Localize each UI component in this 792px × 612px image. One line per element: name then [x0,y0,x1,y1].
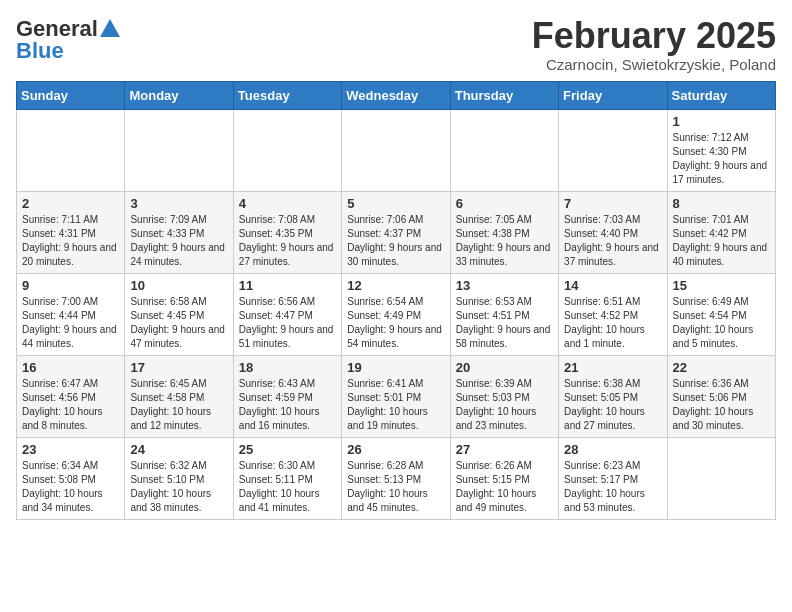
day-number: 9 [22,278,119,293]
day-number: 5 [347,196,444,211]
calendar-cell: 6Sunrise: 7:05 AM Sunset: 4:38 PM Daylig… [450,191,558,273]
calendar-cell: 2Sunrise: 7:11 AM Sunset: 4:31 PM Daylig… [17,191,125,273]
day-number: 1 [673,114,770,129]
calendar-cell: 16Sunrise: 6:47 AM Sunset: 4:56 PM Dayli… [17,355,125,437]
day-number: 10 [130,278,227,293]
day-number: 27 [456,442,553,457]
calendar-cell: 20Sunrise: 6:39 AM Sunset: 5:03 PM Dayli… [450,355,558,437]
month-title: February 2025 [532,16,776,56]
calendar-cell [559,109,667,191]
calendar-cell: 4Sunrise: 7:08 AM Sunset: 4:35 PM Daylig… [233,191,341,273]
calendar-cell [233,109,341,191]
calendar-cell [450,109,558,191]
calendar-header-row: SundayMondayTuesdayWednesdayThursdayFrid… [17,81,776,109]
day-number: 8 [673,196,770,211]
calendar-cell: 24Sunrise: 6:32 AM Sunset: 5:10 PM Dayli… [125,437,233,519]
day-number: 23 [22,442,119,457]
day-info: Sunrise: 6:53 AM Sunset: 4:51 PM Dayligh… [456,295,553,351]
calendar-cell: 1Sunrise: 7:12 AM Sunset: 4:30 PM Daylig… [667,109,775,191]
day-info: Sunrise: 6:56 AM Sunset: 4:47 PM Dayligh… [239,295,336,351]
calendar-cell: 5Sunrise: 7:06 AM Sunset: 4:37 PM Daylig… [342,191,450,273]
day-number: 3 [130,196,227,211]
calendar-cell: 12Sunrise: 6:54 AM Sunset: 4:49 PM Dayli… [342,273,450,355]
day-info: Sunrise: 7:11 AM Sunset: 4:31 PM Dayligh… [22,213,119,269]
day-info: Sunrise: 6:51 AM Sunset: 4:52 PM Dayligh… [564,295,661,351]
page-header: General Blue February 2025 Czarnocin, Sw… [16,16,776,73]
day-number: 24 [130,442,227,457]
day-info: Sunrise: 6:34 AM Sunset: 5:08 PM Dayligh… [22,459,119,515]
day-info: Sunrise: 6:47 AM Sunset: 4:56 PM Dayligh… [22,377,119,433]
calendar-cell: 14Sunrise: 6:51 AM Sunset: 4:52 PM Dayli… [559,273,667,355]
calendar-week-1: 1Sunrise: 7:12 AM Sunset: 4:30 PM Daylig… [17,109,776,191]
calendar-cell: 18Sunrise: 6:43 AM Sunset: 4:59 PM Dayli… [233,355,341,437]
location-subtitle: Czarnocin, Swietokrzyskie, Poland [532,56,776,73]
day-info: Sunrise: 6:39 AM Sunset: 5:03 PM Dayligh… [456,377,553,433]
logo: General Blue [16,16,120,64]
calendar-cell: 19Sunrise: 6:41 AM Sunset: 5:01 PM Dayli… [342,355,450,437]
calendar-week-3: 9Sunrise: 7:00 AM Sunset: 4:44 PM Daylig… [17,273,776,355]
calendar-cell: 15Sunrise: 6:49 AM Sunset: 4:54 PM Dayli… [667,273,775,355]
calendar-week-2: 2Sunrise: 7:11 AM Sunset: 4:31 PM Daylig… [17,191,776,273]
day-number: 17 [130,360,227,375]
calendar-cell: 22Sunrise: 6:36 AM Sunset: 5:06 PM Dayli… [667,355,775,437]
day-number: 18 [239,360,336,375]
day-info: Sunrise: 7:08 AM Sunset: 4:35 PM Dayligh… [239,213,336,269]
title-area: February 2025 Czarnocin, Swietokrzyskie,… [532,16,776,73]
calendar-cell: 23Sunrise: 6:34 AM Sunset: 5:08 PM Dayli… [17,437,125,519]
calendar-cell [17,109,125,191]
day-number: 20 [456,360,553,375]
calendar-cell [667,437,775,519]
calendar-table: SundayMondayTuesdayWednesdayThursdayFrid… [16,81,776,520]
day-info: Sunrise: 7:05 AM Sunset: 4:38 PM Dayligh… [456,213,553,269]
calendar-cell [125,109,233,191]
calendar-cell: 26Sunrise: 6:28 AM Sunset: 5:13 PM Dayli… [342,437,450,519]
day-of-week-monday: Monday [125,81,233,109]
day-number: 14 [564,278,661,293]
day-info: Sunrise: 6:23 AM Sunset: 5:17 PM Dayligh… [564,459,661,515]
calendar-week-5: 23Sunrise: 6:34 AM Sunset: 5:08 PM Dayli… [17,437,776,519]
calendar-cell: 21Sunrise: 6:38 AM Sunset: 5:05 PM Dayli… [559,355,667,437]
day-info: Sunrise: 6:32 AM Sunset: 5:10 PM Dayligh… [130,459,227,515]
calendar-cell: 13Sunrise: 6:53 AM Sunset: 4:51 PM Dayli… [450,273,558,355]
day-info: Sunrise: 6:45 AM Sunset: 4:58 PM Dayligh… [130,377,227,433]
calendar-cell: 28Sunrise: 6:23 AM Sunset: 5:17 PM Dayli… [559,437,667,519]
day-number: 6 [456,196,553,211]
day-number: 28 [564,442,661,457]
day-info: Sunrise: 7:03 AM Sunset: 4:40 PM Dayligh… [564,213,661,269]
day-number: 11 [239,278,336,293]
day-number: 7 [564,196,661,211]
calendar-cell: 9Sunrise: 7:00 AM Sunset: 4:44 PM Daylig… [17,273,125,355]
day-info: Sunrise: 6:26 AM Sunset: 5:15 PM Dayligh… [456,459,553,515]
day-info: Sunrise: 7:12 AM Sunset: 4:30 PM Dayligh… [673,131,770,187]
day-number: 15 [673,278,770,293]
day-number: 19 [347,360,444,375]
calendar-cell: 11Sunrise: 6:56 AM Sunset: 4:47 PM Dayli… [233,273,341,355]
day-info: Sunrise: 7:09 AM Sunset: 4:33 PM Dayligh… [130,213,227,269]
day-info: Sunrise: 6:58 AM Sunset: 4:45 PM Dayligh… [130,295,227,351]
day-number: 12 [347,278,444,293]
calendar-cell [342,109,450,191]
calendar-week-4: 16Sunrise: 6:47 AM Sunset: 4:56 PM Dayli… [17,355,776,437]
day-info: Sunrise: 6:38 AM Sunset: 5:05 PM Dayligh… [564,377,661,433]
calendar-cell: 27Sunrise: 6:26 AM Sunset: 5:15 PM Dayli… [450,437,558,519]
day-number: 21 [564,360,661,375]
day-number: 26 [347,442,444,457]
day-of-week-wednesday: Wednesday [342,81,450,109]
day-of-week-friday: Friday [559,81,667,109]
calendar-cell: 10Sunrise: 6:58 AM Sunset: 4:45 PM Dayli… [125,273,233,355]
logo-icon [100,19,120,37]
day-info: Sunrise: 6:28 AM Sunset: 5:13 PM Dayligh… [347,459,444,515]
calendar-cell: 3Sunrise: 7:09 AM Sunset: 4:33 PM Daylig… [125,191,233,273]
day-info: Sunrise: 6:54 AM Sunset: 4:49 PM Dayligh… [347,295,444,351]
day-of-week-saturday: Saturday [667,81,775,109]
day-info: Sunrise: 6:30 AM Sunset: 5:11 PM Dayligh… [239,459,336,515]
day-number: 16 [22,360,119,375]
calendar-cell: 8Sunrise: 7:01 AM Sunset: 4:42 PM Daylig… [667,191,775,273]
day-number: 4 [239,196,336,211]
calendar-cell: 25Sunrise: 6:30 AM Sunset: 5:11 PM Dayli… [233,437,341,519]
day-of-week-tuesday: Tuesday [233,81,341,109]
day-info: Sunrise: 7:01 AM Sunset: 4:42 PM Dayligh… [673,213,770,269]
day-number: 2 [22,196,119,211]
day-of-week-sunday: Sunday [17,81,125,109]
day-info: Sunrise: 6:41 AM Sunset: 5:01 PM Dayligh… [347,377,444,433]
